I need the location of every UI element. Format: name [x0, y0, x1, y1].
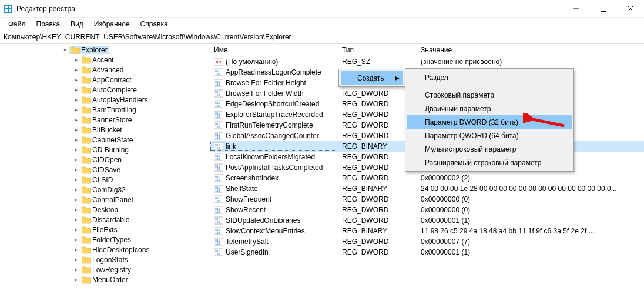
- ctx-string[interactable]: Строковый параметр: [407, 88, 572, 102]
- tree-item[interactable]: ▸Discardable: [0, 215, 210, 225]
- tree-item[interactable]: ▸BannerStore: [0, 115, 210, 125]
- minimize-button[interactable]: [563, 0, 590, 18]
- close-button[interactable]: [617, 0, 644, 18]
- tree-item[interactable]: ▸FolderTypes: [0, 235, 210, 245]
- expand-icon[interactable]: ▸: [73, 256, 79, 263]
- tree-item[interactable]: ▸LowRegistry: [0, 265, 210, 275]
- expand-icon[interactable]: ▸: [73, 56, 79, 63]
- expand-icon[interactable]: ▸: [73, 166, 79, 173]
- expand-icon[interactable]: ▸: [73, 126, 79, 133]
- tree-item[interactable]: ▸HideDesktopIcons: [0, 245, 210, 255]
- expand-icon[interactable]: ▸: [73, 156, 79, 163]
- col-value[interactable]: Значение: [417, 44, 644, 56]
- tree-item[interactable]: ▸ControlPanel: [0, 195, 210, 205]
- expand-icon[interactable]: ▸: [73, 216, 79, 223]
- expand-icon[interactable]: ▸: [73, 86, 79, 93]
- folder-icon: [82, 246, 91, 254]
- list-row[interactable]: 011110SIDUpdatedOnLibrariesREG_DWORD0x00…: [210, 215, 644, 226]
- tree-item[interactable]: ▸CD Burning: [0, 145, 210, 155]
- expand-icon[interactable]: ▸: [73, 106, 79, 113]
- folder-icon: [82, 196, 91, 204]
- maximize-button[interactable]: [590, 0, 617, 18]
- binary-value-icon: 011110: [214, 184, 223, 193]
- tree-item[interactable]: ▸CIDOpen: [0, 155, 210, 165]
- ctx-qword[interactable]: Параметр QWORD (64 бита): [407, 129, 572, 142]
- tree-item[interactable]: ▸CabinetState: [0, 135, 210, 145]
- col-name[interactable]: Имя: [210, 44, 338, 56]
- menu-edit[interactable]: Правка: [32, 19, 65, 29]
- expand-icon[interactable]: ▸: [73, 96, 79, 103]
- svg-text:110: 110: [215, 189, 220, 192]
- value-type: REG_DWORD: [338, 238, 417, 246]
- ctx-create[interactable]: Создать ▶: [341, 71, 403, 85]
- value-data: 0x00000001 (1): [417, 216, 644, 225]
- svg-text:110: 110: [215, 210, 220, 213]
- addressbar[interactable]: Компьютер\HKEY_CURRENT_USER\Software\Mic…: [0, 31, 644, 44]
- expand-icon[interactable]: ▸: [73, 226, 79, 233]
- list-row[interactable]: 011110TelemetrySaltREG_DWORD0x00000007 (…: [210, 236, 644, 247]
- tree-item[interactable]: ▸Advanced: [0, 65, 210, 75]
- tree-item[interactable]: ▸Accent: [0, 55, 210, 65]
- tree-item[interactable]: ▸BamThrottling: [0, 105, 210, 115]
- svg-rect-3: [5, 9, 8, 12]
- tree-item[interactable]: ▸MenuOrder: [0, 275, 210, 285]
- svg-text:110: 110: [215, 242, 220, 245]
- expand-icon[interactable]: ▸: [73, 266, 79, 273]
- menu-help[interactable]: Справка: [136, 19, 173, 29]
- tree-item[interactable]: ▸CIDSave: [0, 165, 210, 175]
- list-row[interactable]: ab(По умолчанию)REG_SZ(значение не присв…: [210, 56, 644, 67]
- expand-icon[interactable]: ▸: [73, 186, 79, 193]
- tree-label: ControlPanel: [92, 196, 133, 204]
- tree-root[interactable]: ▾ Explorer: [0, 45, 210, 55]
- value-name: Browse For Folder Height: [226, 79, 306, 87]
- menu-favorites[interactable]: Избранное: [89, 19, 135, 29]
- expand-icon[interactable]: ▸: [73, 66, 79, 73]
- menu-view[interactable]: Вид: [66, 19, 88, 29]
- list-row[interactable]: 011110ScreenshotIndexREG_DWORD0x00000002…: [210, 173, 644, 183]
- col-type[interactable]: Тип: [338, 44, 417, 56]
- ctx-dword[interactable]: Параметр DWORD (32 бита): [407, 115, 572, 129]
- expand-icon[interactable]: ▸: [73, 246, 79, 253]
- value-name: EdgeDesktopShortcutCreated: [226, 100, 319, 108]
- ctx-multi[interactable]: Мультистроковый параметр: [407, 142, 572, 156]
- folder-icon: [82, 216, 91, 224]
- binary-value-icon: 011110: [214, 131, 223, 141]
- ctx-section[interactable]: Раздел: [407, 71, 572, 84]
- expand-icon[interactable]: ▸: [73, 176, 79, 183]
- tree-item[interactable]: ▸FileExts: [0, 225, 210, 235]
- expand-icon[interactable]: ▸: [73, 196, 79, 203]
- tree-item[interactable]: ▸AutoplayHandlers: [0, 95, 210, 105]
- value-type: REG_BINARY: [338, 227, 417, 235]
- tree-item[interactable]: ▸BitBucket: [0, 125, 210, 135]
- expand-icon[interactable]: ▸: [73, 136, 79, 143]
- expand-icon[interactable]: ▸: [73, 146, 79, 153]
- ctx-expand[interactable]: Расширяемый строковый параметр: [407, 156, 572, 169]
- expand-icon[interactable]: ▸: [73, 276, 79, 283]
- svg-rect-2: [9, 6, 11, 8]
- expand-icon[interactable]: ▸: [73, 206, 79, 213]
- list-row[interactable]: 011110ShowFrequentREG_DWORD0x00000000 (0…: [210, 194, 644, 205]
- list-row[interactable]: 011110UserSignedInREG_DWORD0x00000001 (1…: [210, 247, 644, 257]
- value-name: ShowRecent: [226, 206, 266, 214]
- tree-item[interactable]: ▸AutoComplete: [0, 85, 210, 95]
- list-row[interactable]: 011110ShellStateREG_BINARY24 00 00 00 1e…: [210, 183, 644, 194]
- tree-item[interactable]: ▸Desktop: [0, 205, 210, 215]
- list-row[interactable]: 011110SlowContextMenuEntriesREG_BINARY11…: [210, 226, 644, 236]
- collapse-icon[interactable]: ▾: [62, 46, 68, 53]
- value-type: REG_DWORD: [338, 248, 417, 256]
- tree-item[interactable]: ▸CLSID: [0, 175, 210, 185]
- ctx-binary[interactable]: Двоичный параметр: [407, 102, 572, 115]
- binary-value-icon: 011110: [214, 195, 223, 204]
- tree-item[interactable]: ▸AppContract: [0, 75, 210, 85]
- menu-file[interactable]: Файл: [4, 19, 31, 29]
- value-data: 11 98 26 c5 29 4a 18 48 a4 bb 11 1f 9f c…: [417, 227, 644, 235]
- expand-icon[interactable]: ▸: [73, 116, 79, 123]
- tree-view[interactable]: ▾ Explorer ▸Accent▸Advanced▸AppContract▸…: [0, 44, 210, 301]
- expand-icon[interactable]: ▸: [73, 236, 79, 243]
- svg-text:110: 110: [215, 178, 220, 182]
- list-row[interactable]: 011110ShowRecentREG_DWORD0x00000000 (0): [210, 205, 644, 215]
- tree-item[interactable]: ▸ComDlg32: [0, 185, 210, 195]
- expand-icon[interactable]: ▸: [73, 76, 79, 83]
- tree-item[interactable]: ▸LogonStats: [0, 255, 210, 265]
- value-name: TelemetrySalt: [226, 238, 269, 246]
